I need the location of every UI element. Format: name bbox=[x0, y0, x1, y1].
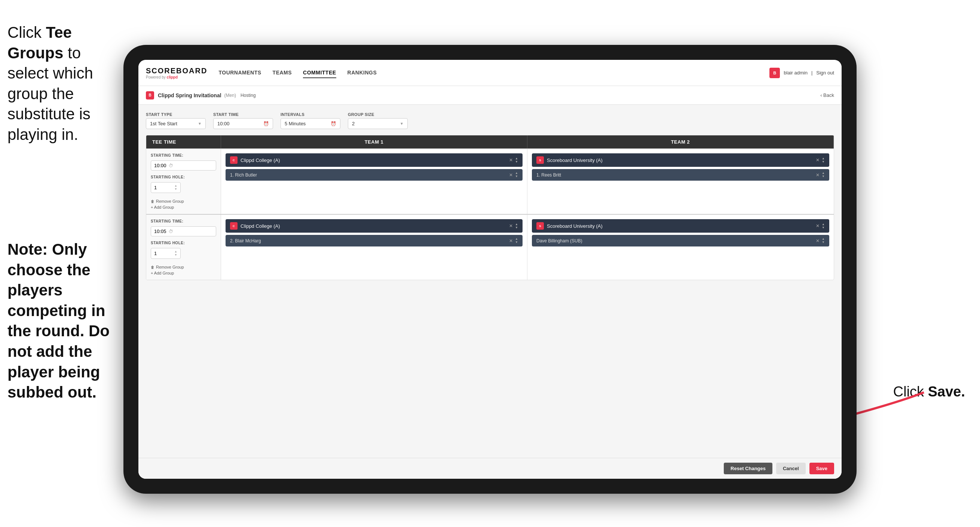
group-left-2: STARTING TIME: 10:05 ⏱ STARTING HOLE: 1 … bbox=[146, 215, 221, 280]
page-footer: Reset Changes Cancel Save bbox=[138, 458, 842, 479]
start-time-label: Start Time bbox=[213, 112, 273, 117]
starting-hole-input-1[interactable]: 1 ▲ ▼ bbox=[151, 182, 181, 193]
player-card-1-1[interactable]: 1. Rich Butler ✕ ▲ ▼ bbox=[226, 169, 523, 181]
clock-icon: ⏰ bbox=[263, 121, 269, 126]
sign-out-link[interactable]: Sign out bbox=[816, 70, 834, 76]
team1-col-1: C Clippd College (A) ✕ ▲ ▼ bbox=[221, 149, 527, 214]
player-actions-1-2: ✕ ▲ ▼ bbox=[509, 237, 518, 244]
team2-card-content-2: S Scoreboard University (A) bbox=[536, 222, 816, 230]
start-settings: Start Type 1st Tee Start ▼ Start Time 10… bbox=[146, 112, 834, 129]
team2-logo-1: S bbox=[536, 156, 544, 164]
starting-hole-label-1: STARTING HOLE: bbox=[151, 175, 216, 179]
back-button[interactable]: ‹ Back bbox=[820, 92, 834, 98]
th-team1: Team 1 bbox=[221, 135, 527, 148]
save-button[interactable]: Save bbox=[810, 463, 834, 474]
table-row: STARTING TIME: 10:00 ⏱ STARTING HOLE: 1 … bbox=[146, 148, 834, 214]
team2-remove-2[interactable]: ✕ bbox=[816, 223, 819, 229]
start-type-group: Start Type 1st Tee Start ▼ bbox=[146, 112, 206, 129]
group-left-1: STARTING TIME: 10:00 ⏱ STARTING HOLE: 1 … bbox=[146, 149, 221, 214]
player-name-2-1: 1. Rees Britt bbox=[536, 172, 561, 178]
team2-name-1: Scoreboard University (A) bbox=[547, 158, 603, 163]
intervals-input[interactable]: 5 Minutes ⏰ bbox=[280, 118, 340, 129]
main-content: Start Type 1st Tee Start ▼ Start Time 10… bbox=[138, 105, 842, 458]
team2-remove-1[interactable]: ✕ bbox=[816, 158, 819, 163]
add-group-1[interactable]: + Add Group bbox=[151, 205, 216, 209]
group-size-chevron: ▼ bbox=[400, 121, 404, 126]
clock-icon-2: ⏰ bbox=[331, 121, 336, 126]
subheader: B Clippd Spring Invitational (Men) Hosti… bbox=[138, 86, 842, 105]
team1-card-1[interactable]: C Clippd College (A) ✕ ▲ ▼ bbox=[226, 153, 523, 167]
player-reorder-2-1[interactable]: ▲ ▼ bbox=[822, 172, 825, 178]
team2-reorder-1[interactable]: ▲ ▼ bbox=[822, 157, 825, 164]
th-team2: Team 2 bbox=[527, 135, 834, 148]
nav-committee[interactable]: COMMITTEE bbox=[303, 68, 336, 78]
team1-col-2: C Clippd College (A) ✕ ▲ ▼ bbox=[221, 215, 527, 280]
add-group-2[interactable]: + Add Group bbox=[151, 271, 216, 275]
team2-card-2[interactable]: S Scoreboard University (A) ✕ ▲ ▼ bbox=[532, 219, 829, 232]
tablet-screen: SCOREBOARD Powered by clippd TOURNAMENTS… bbox=[138, 60, 842, 479]
player-card-2-1[interactable]: 1. Rees Britt ✕ ▲ ▼ bbox=[532, 169, 829, 181]
player-remove-2-2[interactable]: ✕ bbox=[816, 238, 819, 244]
subheader-logo: B bbox=[146, 91, 154, 99]
nav-tournaments[interactable]: TOURNAMENTS bbox=[218, 68, 261, 78]
team2-card-1[interactable]: S Scoreboard University (A) ✕ ▲ ▼ bbox=[532, 153, 829, 167]
team1-remove-1[interactable]: ✕ bbox=[509, 158, 513, 163]
tournament-gender: (Men) bbox=[224, 93, 236, 98]
start-type-input[interactable]: 1st Tee Start ▼ bbox=[146, 118, 206, 129]
player-actions-2-2: ✕ ▲ ▼ bbox=[816, 237, 825, 244]
hosting-label: Hosting bbox=[240, 93, 256, 98]
starting-time-input-1[interactable]: 10:00 ⏱ bbox=[151, 161, 216, 170]
starting-hole-label-2: STARTING HOLE: bbox=[151, 241, 216, 245]
nav-teams[interactable]: TEAMS bbox=[273, 68, 292, 78]
logo-clippd: clippd bbox=[167, 75, 178, 79]
remove-group-1[interactable]: 🗑 Remove Group bbox=[151, 199, 216, 204]
starting-time-input-2[interactable]: 10:05 ⏱ bbox=[151, 226, 216, 236]
th-tee-time: Tee Time bbox=[146, 135, 221, 148]
nav-right: B blair admin | Sign out bbox=[769, 68, 834, 78]
starting-time-label-1: STARTING TIME: bbox=[151, 153, 216, 158]
group-size-input[interactable]: 2 ▼ bbox=[348, 118, 408, 129]
player-reorder-1-1[interactable]: ▲ ▼ bbox=[515, 172, 518, 178]
team2-reorder-2[interactable]: ▲ ▼ bbox=[822, 223, 825, 229]
remove-group-2[interactable]: 🗑 Remove Group bbox=[151, 265, 216, 269]
time-icon-2: ⏱ bbox=[169, 229, 173, 234]
team2-card-actions-1: ✕ ▲ ▼ bbox=[816, 157, 825, 164]
intervals-group: Intervals 5 Minutes ⏰ bbox=[280, 112, 340, 129]
player-reorder-1-2[interactable]: ▲ ▼ bbox=[515, 237, 518, 244]
team1-card-content-1: C Clippd College (A) bbox=[230, 156, 509, 164]
nav-rankings[interactable]: RANKINGS bbox=[347, 68, 377, 78]
tournament-name: Clippd Spring Invitational bbox=[158, 92, 221, 99]
player-remove-1-1[interactable]: ✕ bbox=[509, 172, 513, 178]
player-reorder-2-2[interactable]: ▲ ▼ bbox=[822, 237, 825, 244]
team1-remove-2[interactable]: ✕ bbox=[509, 223, 513, 229]
player-card-1-2[interactable]: 2. Blair McHarg ✕ ▲ ▼ bbox=[226, 235, 523, 247]
trash-icon-2: 🗑 bbox=[151, 265, 154, 269]
team1-logo-2: C bbox=[230, 222, 237, 230]
intervals-label: Intervals bbox=[280, 112, 340, 117]
team1-reorder-1[interactable]: ▲ ▼ bbox=[515, 157, 518, 164]
starting-hole-input-2[interactable]: 1 ▲ ▼ bbox=[151, 248, 181, 259]
team1-name-1: Clippd College (A) bbox=[240, 158, 280, 163]
tee-table: Tee Time Team 1 Team 2 STARTING TIME: 10… bbox=[146, 135, 834, 280]
team1-card-actions-2: ✕ ▲ ▼ bbox=[509, 223, 518, 229]
hole-stepper-1[interactable]: ▲ ▼ bbox=[174, 185, 177, 191]
player-remove-2-1[interactable]: ✕ bbox=[816, 172, 819, 178]
reset-changes-button[interactable]: Reset Changes bbox=[724, 463, 772, 474]
start-time-input[interactable]: 10:00 ⏰ bbox=[213, 118, 273, 129]
annotation-tee-groups: Click Tee Groups to select which group t… bbox=[0, 22, 120, 145]
cancel-button[interactable]: Cancel bbox=[776, 463, 806, 474]
player-name-2-2: Dave Billingham (SUB) bbox=[536, 238, 582, 244]
hole-stepper-2[interactable]: ▲ ▼ bbox=[174, 250, 177, 256]
tablet-device: SCOREBOARD Powered by clippd TOURNAMENTS… bbox=[123, 45, 857, 494]
team1-reorder-2[interactable]: ▲ ▼ bbox=[515, 223, 518, 229]
team1-card-2[interactable]: C Clippd College (A) ✕ ▲ ▼ bbox=[226, 219, 523, 232]
player-card-2-2[interactable]: Dave Billingham (SUB) ✕ ▲ ▼ bbox=[532, 235, 829, 247]
team2-logo-2: S bbox=[536, 222, 544, 230]
player-remove-1-2[interactable]: ✕ bbox=[509, 238, 513, 244]
player-actions-1-1: ✕ ▲ ▼ bbox=[509, 172, 518, 178]
table-header: Tee Time Team 1 Team 2 bbox=[146, 135, 834, 148]
time-value-1: 10:00 bbox=[154, 163, 167, 168]
start-time-group: Start Time 10:00 ⏰ bbox=[213, 112, 273, 129]
time-icon-1: ⏱ bbox=[169, 163, 173, 168]
team1-card-content-2: C Clippd College (A) bbox=[230, 222, 509, 230]
